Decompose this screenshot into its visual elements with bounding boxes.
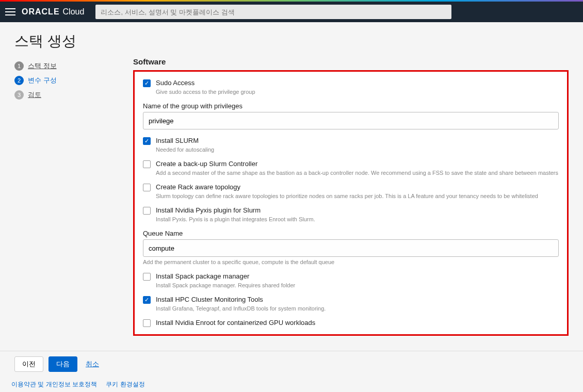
step-variables[interactable]: 2 변수 구성	[14, 76, 123, 85]
monitoring-checkbox[interactable]	[143, 296, 151, 304]
brand-oracle: ORACLE	[22, 7, 60, 17]
sudo-access-help: Give sudo access to the privilege group	[156, 89, 559, 95]
step-label[interactable]: 변수 구성	[28, 76, 57, 85]
step-stack-info[interactable]: 1 스택 정보	[14, 61, 123, 71]
menu-icon[interactable]	[5, 8, 15, 15]
rack-topology-checkbox[interactable]	[143, 184, 151, 191]
step-number: 2	[14, 76, 24, 85]
previous-button[interactable]: 이전	[14, 356, 43, 372]
install-slurm-checkbox[interactable]	[143, 137, 151, 145]
monitoring-label: Install HPC Cluster Monitoring Tools	[156, 296, 559, 303]
section-title-software: Software	[133, 57, 569, 66]
next-button[interactable]: 다음	[48, 356, 77, 372]
pyxis-help: Install Pyxis. Pyxis is a plugin that in…	[156, 216, 559, 222]
sudo-access-label: Sudo Access	[156, 79, 559, 87]
search-input[interactable]	[95, 5, 451, 19]
wizard-footer: 이전 다음 취소	[0, 351, 583, 377]
cancel-link[interactable]: 취소	[86, 360, 99, 369]
step-number: 1	[14, 61, 24, 71]
queue-name-input[interactable]	[143, 239, 559, 257]
queue-name-label: Queue Name	[143, 230, 559, 237]
install-slurm-label: Install SLURM	[156, 137, 559, 144]
highlighted-section: Sudo Access Give sudo access to the priv…	[133, 70, 569, 336]
queue-name-help: Add the permanent cluster to a specific …	[143, 259, 559, 265]
step-review[interactable]: 3 검토	[14, 90, 123, 100]
brand-cloud: Cloud	[63, 7, 85, 17]
step-number: 3	[14, 90, 24, 100]
cookies-link[interactable]: 쿠키 환경설정	[106, 381, 144, 388]
terms-link[interactable]: 이용약관 및 개인정보 보호정책	[11, 381, 97, 388]
pyxis-checkbox[interactable]	[143, 207, 151, 215]
spack-label: Install Spack package manager	[156, 272, 559, 280]
pyxis-label: Install Nvidia Pyxis plugin for Slurm	[156, 206, 559, 214]
install-slurm-help: Needed for autoscaling	[156, 146, 559, 153]
brand-logo[interactable]: ORACLE Cloud	[22, 7, 84, 17]
rack-topology-help: Slurm topology can define rack aware top…	[156, 193, 559, 199]
backup-controller-checkbox[interactable]	[143, 160, 151, 168]
page-title: 스택 생성	[0, 22, 583, 57]
spack-help: Install Spack package manager. Requires …	[156, 282, 559, 288]
monitoring-help: Install Grafana, Telegrapf, and InfluxDB…	[156, 305, 559, 312]
global-header: ORACLE Cloud	[0, 2, 583, 22]
rack-topology-label: Create Rack aware topology	[156, 183, 559, 191]
group-name-input[interactable]	[143, 112, 559, 129]
backup-controller-label: Create a back-up Slurm Controller	[156, 160, 559, 168]
form-panel: Software Sudo Access Give sudo access to…	[133, 57, 569, 351]
step-label: 검토	[28, 90, 41, 100]
spack-checkbox[interactable]	[143, 273, 151, 281]
legal-footer: 이용약관 및 개인정보 보호정책 쿠키 환경설정	[0, 377, 583, 392]
enroot-label: Install Nvidia Enroot for containerized …	[156, 319, 559, 326]
enroot-checkbox[interactable]	[143, 319, 151, 327]
wizard-stepper: 1 스택 정보 2 변수 구성 3 검토	[14, 57, 123, 351]
group-name-label: Name of the group with privileges	[143, 102, 559, 110]
sudo-access-checkbox[interactable]	[143, 79, 151, 87]
step-label[interactable]: 스택 정보	[28, 61, 57, 71]
backup-controller-help: Add a second master of the same shape as…	[156, 170, 559, 176]
